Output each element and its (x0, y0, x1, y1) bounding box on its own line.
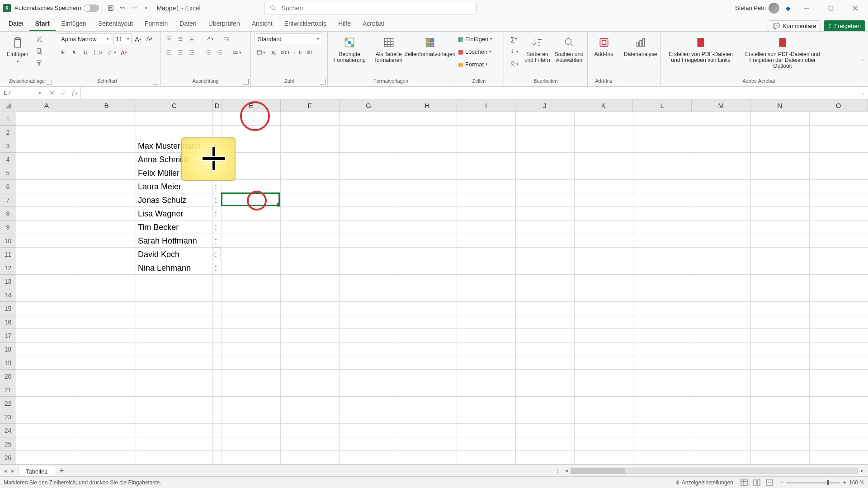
comma-button[interactable]: 000 (279, 47, 290, 58)
tab-review[interactable]: Überprüfen (203, 16, 246, 31)
collapse-ribbon-button[interactable]: ⌄ (857, 32, 868, 86)
autosave-toggle[interactable] (84, 5, 99, 12)
create-pdf-outlook-button[interactable]: Erstellen von PDF-Dateien und Freigeben … (740, 33, 826, 70)
user-account[interactable]: Stefan Petri (735, 3, 779, 14)
format-as-table-button[interactable]: Als Tabelle formatieren (371, 33, 407, 63)
create-pdf-link-button[interactable]: Erstellen von PDF-Dateien und Freigeben … (665, 33, 737, 63)
search-box[interactable] (264, 2, 476, 14)
percent-button[interactable]: % (268, 47, 278, 58)
row-header-3[interactable]: 3 (0, 139, 16, 153)
align-center-button[interactable] (175, 47, 185, 58)
orientation-button[interactable]: ▾ (203, 33, 215, 44)
cell-C10[interactable]: Sarah Hoffmann (136, 234, 213, 248)
undo-icon[interactable] (118, 4, 127, 12)
wrap-text-button[interactable] (222, 33, 231, 44)
cell-C12[interactable]: Nina Lehmann (136, 261, 213, 275)
accounting-format-button[interactable]: ▾ (255, 47, 267, 58)
tab-insert[interactable]: Einfügen (56, 16, 92, 31)
scroll-right-button[interactable]: ▸ (858, 467, 866, 475)
column-header-N[interactable]: N (750, 99, 809, 112)
decrease-font-button[interactable]: A▾ (144, 33, 154, 44)
delete-cells-button[interactable]: ▦Löschen▾ (458, 46, 500, 57)
zoom-control[interactable]: − + 160 % (780, 479, 864, 486)
format-cells-button[interactable]: ▦Format▾ (458, 59, 500, 70)
redo-icon[interactable] (130, 4, 138, 12)
fill-color-button[interactable]: ▾ (105, 47, 118, 58)
horizontal-scrollbar[interactable]: ◂ ▸ (561, 465, 868, 476)
row-header-16[interactable]: 16 (0, 315, 16, 329)
underline-button[interactable]: U (80, 47, 90, 58)
share-button[interactable]: ⤴ Freigeben (824, 20, 865, 31)
cut-button[interactable] (34, 33, 44, 44)
font-color-button[interactable]: A▾ (119, 47, 129, 58)
sheet-tab[interactable]: Tabelle1 (18, 466, 55, 476)
tab-pagelayout[interactable]: Seitenlayout (92, 16, 139, 31)
normal-view-button[interactable] (738, 478, 750, 487)
new-sheet-button[interactable]: ＋ (55, 465, 68, 476)
cell-D10[interactable]: : (213, 234, 222, 248)
sheet-next-button[interactable]: ▸ (11, 466, 14, 475)
comments-button[interactable]: 💬 Kommentare (768, 20, 821, 31)
column-header-J[interactable]: J (515, 99, 574, 112)
column-header-O[interactable]: O (809, 99, 868, 112)
enter-formula-button[interactable]: ✓ (57, 88, 69, 99)
cells-area[interactable]: Max MustermannAnna SchmidtFelix MüllerLa… (16, 112, 868, 465)
column-header-F[interactable]: F (281, 99, 340, 112)
paste-button[interactable]: Einfügen ▾ (4, 33, 32, 64)
row-header-7[interactable]: 7 (0, 193, 16, 207)
dialog-launcher-icon[interactable] (243, 79, 249, 84)
align-top-button[interactable] (164, 33, 174, 44)
select-all-button[interactable] (0, 99, 16, 112)
expand-formula-bar-button[interactable]: ⌄ (859, 87, 868, 99)
cell-C7[interactable]: Jonas Schulz (136, 193, 213, 207)
row-header-25[interactable]: 25 (0, 437, 16, 451)
tab-formulas[interactable]: Formeln (139, 16, 174, 31)
tab-devtools[interactable]: Entwicklertools (278, 16, 332, 31)
tab-acrobat[interactable]: Acrobat (357, 16, 390, 31)
row-header-11[interactable]: 11 (0, 248, 16, 261)
zoom-in-button[interactable]: + (843, 479, 846, 486)
format-painter-button[interactable] (34, 58, 44, 69)
row-header-14[interactable]: 14 (0, 288, 16, 302)
split-handle[interactable]: ⋮ (554, 465, 561, 476)
row-header-10[interactable]: 10 (0, 234, 16, 248)
column-header-M[interactable]: M (692, 99, 750, 112)
font-size-selector[interactable]: 11▾ (113, 33, 132, 44)
row-header-20[interactable]: 20 (0, 370, 16, 383)
diamond-icon[interactable]: ◆ (784, 4, 792, 12)
increase-decimal-button[interactable]: ←.0 (292, 47, 302, 58)
cell-styles-button[interactable]: Zellenformatvorlagen (410, 33, 450, 57)
column-header-K[interactable]: K (574, 99, 633, 112)
find-select-button[interactable]: Suchen und Auswählen (555, 33, 584, 63)
row-header-1[interactable]: 1 (0, 112, 16, 126)
tab-help[interactable]: Hilfe (332, 16, 357, 31)
zoom-slider[interactable] (786, 482, 840, 483)
search-input[interactable] (281, 4, 472, 12)
row-header-2[interactable]: 2 (0, 126, 16, 139)
row-header-4[interactable]: 4 (0, 153, 16, 166)
sheet-prev-button[interactable]: ◂ (4, 466, 7, 475)
tab-start[interactable]: Start (29, 16, 56, 31)
row-header-9[interactable]: 9 (0, 221, 16, 234)
cell-D7[interactable]: : (213, 193, 222, 207)
column-header-L[interactable]: L (633, 99, 692, 112)
formula-bar[interactable] (81, 87, 859, 99)
save-icon[interactable] (107, 4, 115, 12)
tab-data[interactable]: Daten (174, 16, 202, 31)
row-header-13[interactable]: 13 (0, 275, 16, 288)
align-right-button[interactable] (187, 47, 197, 58)
increase-indent-button[interactable] (214, 47, 224, 58)
align-bottom-button[interactable] (187, 33, 197, 44)
tab-file[interactable]: Datei (3, 16, 29, 31)
row-header-18[interactable]: 18 (0, 343, 16, 356)
row-header-5[interactable]: 5 (0, 166, 16, 180)
column-header-I[interactable]: I (457, 99, 516, 112)
row-header-23[interactable]: 23 (0, 410, 16, 424)
italic-button[interactable]: K (69, 47, 79, 58)
row-header-8[interactable]: 8 (0, 207, 16, 221)
column-headers[interactable]: ABCDEFGHIJKLMNO (16, 99, 868, 112)
minimize-button[interactable] (797, 0, 816, 16)
cancel-formula-button[interactable]: ✕ (45, 88, 57, 99)
row-header-19[interactable]: 19 (0, 356, 16, 370)
column-header-B[interactable]: B (77, 99, 136, 112)
